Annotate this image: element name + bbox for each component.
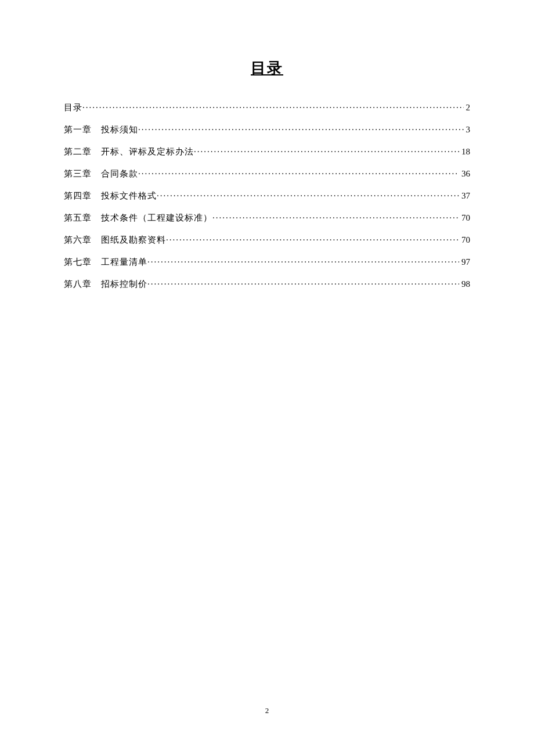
toc-entry-label: 第五章 技术条件（工程建设标准） [64, 213, 212, 224]
toc-entry-page: 70 [459, 213, 470, 223]
toc-entry-page: 3 [464, 125, 471, 135]
toc-dots [157, 190, 459, 199]
toc-entry[interactable]: 第八章 招标控制价 98 [64, 278, 470, 290]
toc-entry-label: 第六章 图纸及勘察资料 [64, 235, 166, 246]
toc-entry[interactable]: 第三章 合同条款 36 [64, 168, 470, 179]
toc-entry-page: 36 [459, 169, 470, 179]
toc-dots [82, 102, 464, 110]
toc-entry[interactable]: 第五章 技术条件（工程建设标准） 70 [64, 212, 470, 224]
toc-entry[interactable]: 目录 2 [64, 102, 470, 113]
toc-dots [194, 146, 459, 154]
page-number: 2 [0, 706, 534, 715]
toc-entry[interactable]: 第六章 图纸及勘察资料 70 [64, 234, 470, 246]
toc-dots [147, 256, 459, 265]
toc-entry-page: 18 [459, 147, 470, 157]
toc-entry-label: 第四章 投标文件格式 [64, 190, 157, 201]
toc-dots [138, 168, 459, 177]
toc-entry-label: 目录 [64, 102, 82, 113]
toc-dots [138, 124, 464, 132]
page-title: 目录 [64, 58, 470, 78]
toc-entry-page: 97 [459, 257, 470, 267]
toc-entry-label: 第一章 投标须知 [64, 124, 138, 135]
toc-entry-label: 第二章 开标、评标及定标办法 [64, 146, 194, 157]
toc-entry-label: 第三章 合同条款 [64, 168, 138, 179]
toc-entry-page: 2 [464, 103, 471, 113]
toc-entry[interactable]: 第七章 工程量清单 97 [64, 256, 470, 268]
toc-entry-page: 70 [459, 235, 470, 245]
toc-entry[interactable]: 第四章 投标文件格式 37 [64, 190, 470, 201]
toc-entry-label: 第七章 工程量清单 [64, 257, 147, 268]
toc-dots [166, 234, 459, 243]
toc-dots [147, 278, 459, 287]
toc-dots [212, 212, 459, 221]
toc-entry-label: 第八章 招标控制价 [64, 279, 147, 290]
toc-entry[interactable]: 第二章 开标、评标及定标办法 18 [64, 146, 470, 157]
toc-entry-page: 37 [459, 191, 470, 201]
table-of-contents: 目录 2 第一章 投标须知 3 第二章 开标、评标及定标办法 18 第三章 合同… [64, 102, 470, 290]
toc-entry-page: 98 [459, 279, 470, 289]
toc-entry[interactable]: 第一章 投标须知 3 [64, 124, 470, 135]
